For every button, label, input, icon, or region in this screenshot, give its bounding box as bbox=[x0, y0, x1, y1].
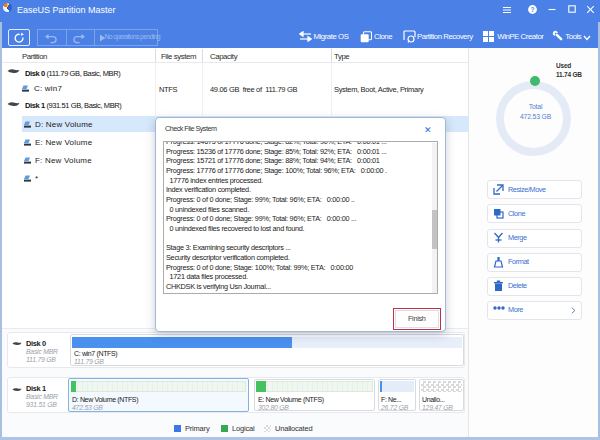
svg-text:?: ? bbox=[531, 6, 535, 13]
